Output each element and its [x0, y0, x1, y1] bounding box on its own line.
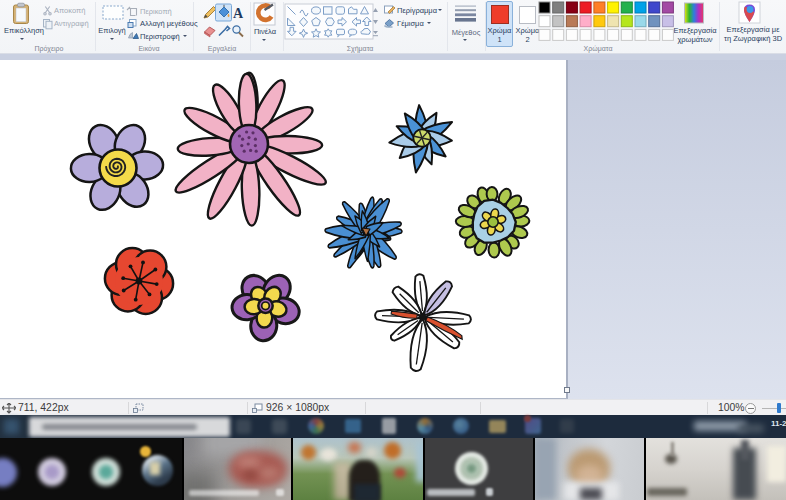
svg-text:A: A: [233, 6, 244, 21]
